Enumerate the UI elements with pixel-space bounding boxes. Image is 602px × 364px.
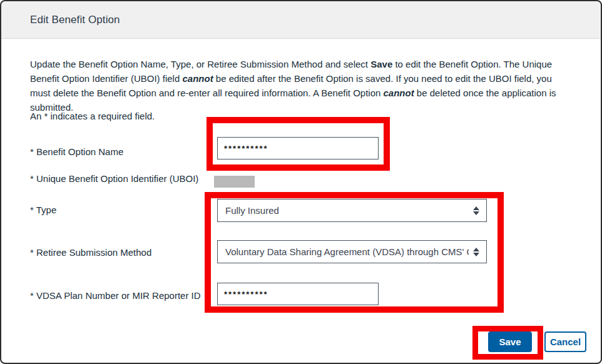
select-arrows-icon bbox=[473, 206, 479, 215]
intro-text: Update the Benefit Option Name, Type, or… bbox=[30, 59, 370, 69]
type-label: * Type bbox=[30, 205, 56, 215]
intro-cannot-emphasis: cannot bbox=[182, 73, 213, 84]
uboi-redacted-value bbox=[214, 176, 255, 188]
intro-save-emphasis: Save bbox=[370, 59, 392, 69]
vdsa-plan-number-label: * VDSA Plan Number or MIR Reporter ID bbox=[30, 290, 201, 301]
type-select[interactable]: Fully Insured bbox=[217, 199, 487, 222]
save-button[interactable]: Save bbox=[488, 331, 532, 352]
retiree-submission-method-select[interactable]: Voluntary Data Sharing Agreement (VDSA) … bbox=[217, 240, 487, 263]
required-field-note: An * indicates a required field. bbox=[30, 111, 155, 121]
intro-paragraph: Update the Benefit Option Name, Type, or… bbox=[30, 57, 574, 114]
retiree-submission-method-label: * Retiree Submission Method bbox=[30, 247, 151, 258]
modal-title: Edit Benefit Option bbox=[30, 14, 120, 26]
cancel-button[interactable]: Cancel bbox=[544, 331, 586, 352]
benefit-option-name-input[interactable] bbox=[217, 137, 379, 159]
modal-header: Edit Benefit Option bbox=[1, 1, 601, 39]
vdsa-plan-number-input[interactable] bbox=[217, 283, 379, 305]
intro-cannot-emphasis: cannot bbox=[384, 88, 414, 98]
select-arrows-icon bbox=[473, 248, 479, 256]
type-select-value: Fully Insured bbox=[225, 205, 469, 216]
uboi-label: * Unique Benefit Option Identifier (UBOI… bbox=[30, 173, 198, 184]
benefit-option-name-label: * Benefit Option Name bbox=[30, 146, 123, 157]
retiree-submission-method-value: Voluntary Data Sharing Agreement (VDSA) … bbox=[225, 246, 469, 257]
